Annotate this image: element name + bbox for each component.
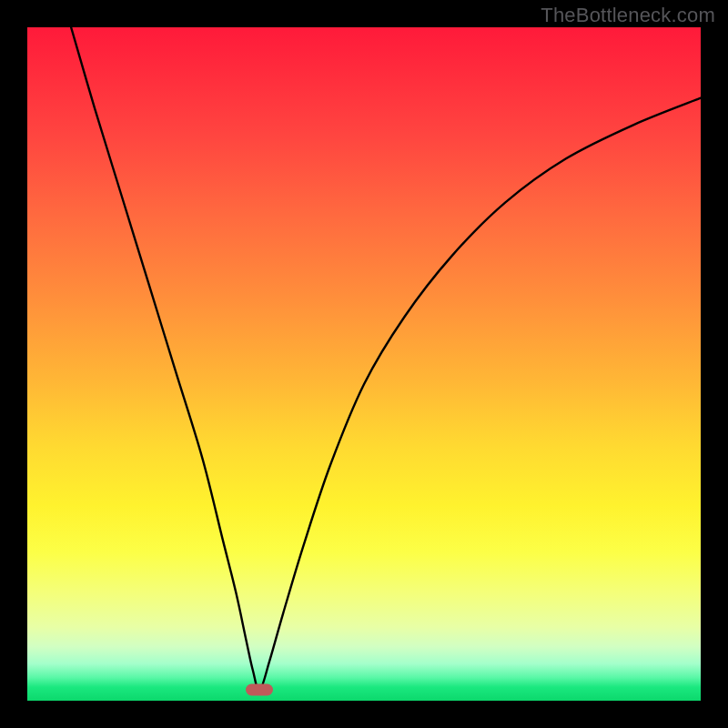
minimum-marker — [246, 684, 273, 696]
chart-frame: TheBottleneck.com — [0, 0, 728, 728]
plot-area — [27, 27, 701, 701]
watermark-text: TheBottleneck.com — [541, 4, 715, 27]
bottleneck-curve — [27, 27, 701, 701]
curve-path — [71, 27, 701, 691]
